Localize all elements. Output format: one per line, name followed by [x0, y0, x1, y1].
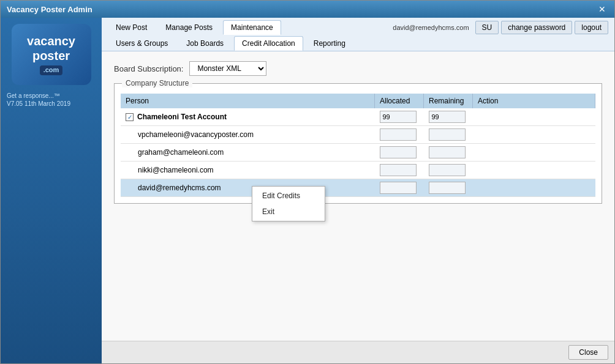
col-person: Person	[121, 94, 375, 108]
tab-credit-allocation[interactable]: Credit Allocation	[234, 36, 303, 51]
tab-reporting[interactable]: Reporting	[306, 36, 353, 51]
logo-line2: poster	[32, 48, 70, 63]
table-row[interactable]: vpchameleoni@vacancyposter.com	[121, 126, 595, 144]
title-bar: Vacancy Poster Admin ✕	[1, 1, 614, 18]
remaining-cell	[424, 126, 473, 144]
logo: vacancy poster .com	[12, 24, 91, 85]
main-area: New Post Manage Posts Maintenance david@…	[102, 18, 614, 363]
table-container: Person Allocated Remaining Action	[121, 94, 595, 197]
allocated-cell	[375, 179, 424, 197]
top-nav: New Post Manage Posts Maintenance david@…	[102, 18, 614, 51]
allocated-cell	[375, 144, 424, 162]
remaining-input[interactable]	[429, 146, 466, 158]
table-row[interactable]: nikki@chameleoni.com	[121, 162, 595, 179]
sidebar-version: V7.05 11th March 2019	[7, 100, 96, 107]
allocated-input[interactable]	[380, 182, 417, 194]
remaining-input[interactable]	[429, 164, 466, 176]
person-name: nikki@chameleoni.com	[138, 166, 214, 174]
primary-tabs: New Post Manage Posts Maintenance	[108, 20, 281, 35]
tab-manage-posts[interactable]: Manage Posts	[157, 20, 221, 35]
allocated-input[interactable]	[380, 111, 417, 123]
allocated-input[interactable]	[380, 128, 417, 141]
context-menu: Edit Credits Exit	[252, 186, 325, 221]
remaining-cell	[424, 108, 473, 126]
action-cell	[473, 108, 595, 126]
board-subscription-row: Board Subscription: Monster XML Indeed R…	[114, 61, 602, 76]
sidebar-tagline: Get a response...™	[7, 92, 96, 99]
table-header-row: Person Allocated Remaining Action	[121, 94, 595, 108]
user-controls: david@remedyhcms.com SU change password …	[393, 21, 608, 34]
tab-job-boards[interactable]: Job Boards	[178, 36, 232, 51]
row-checkbox[interactable]: ✓	[126, 113, 134, 121]
su-button[interactable]: SU	[475, 21, 499, 34]
close-button[interactable]: Close	[568, 345, 608, 360]
logout-button[interactable]: logout	[575, 21, 608, 34]
logo-line1: vacancy	[27, 34, 75, 48]
allocated-input[interactable]	[380, 146, 417, 158]
company-table: Person Allocated Remaining Action	[121, 94, 595, 197]
tab-users-groups[interactable]: Users & Groups	[108, 36, 176, 51]
allocated-cell	[375, 108, 424, 126]
content-area: vacancy poster .com Get a response...™ V…	[1, 18, 614, 363]
table-row[interactable]: ✓ Chameleoni Test Account	[121, 108, 595, 126]
window-title: Vacancy Poster Admin	[7, 5, 92, 14]
board-subscription-select[interactable]: Monster XML Indeed Reed Totaljobs	[189, 61, 266, 76]
person-cell: david@remedyhcms.com	[121, 179, 375, 197]
action-cell	[473, 144, 595, 162]
table-row[interactable]: david@remedyhcms.com	[121, 179, 595, 197]
col-remaining: Remaining	[424, 94, 473, 108]
change-password-button[interactable]: change password	[501, 21, 572, 34]
remaining-cell	[424, 162, 473, 179]
allocated-cell	[375, 162, 424, 179]
remaining-cell	[424, 179, 473, 197]
company-structure-box: Company Structure Person Allocated Remai…	[114, 83, 602, 204]
action-cell	[473, 179, 595, 197]
person-cell: vpchameleoni@vacancyposter.com	[121, 126, 375, 144]
person-cell: graham@chameleoni.com	[121, 144, 375, 162]
main-window: Vacancy Poster Admin ✕ vacancy poster .c…	[0, 0, 615, 364]
person-cell: ✓ Chameleoni Test Account	[121, 108, 375, 126]
company-structure-legend: Company Structure	[122, 79, 192, 87]
col-action: Action	[473, 94, 595, 108]
person-name: graham@chameleoni.com	[138, 148, 224, 157]
sub-tabs: Users & Groups Job Boards Credit Allocat…	[108, 36, 608, 51]
action-cell	[473, 162, 595, 179]
footer: Close	[102, 341, 614, 363]
context-menu-exit[interactable]: Exit	[252, 204, 325, 220]
remaining-input[interactable]	[429, 182, 466, 194]
board-subscription-label: Board Subscription:	[114, 64, 183, 73]
tab-maintenance[interactable]: Maintenance	[223, 20, 281, 35]
top-nav-row1: New Post Manage Posts Maintenance david@…	[108, 20, 608, 35]
person-name: vpchameleoni@vacancyposter.com	[138, 130, 254, 139]
remaining-input[interactable]	[429, 111, 466, 123]
window-close-button[interactable]: ✕	[596, 4, 608, 14]
person-cell: nikki@chameleoni.com	[121, 162, 375, 179]
main-content: Board Subscription: Monster XML Indeed R…	[102, 51, 614, 341]
remaining-cell	[424, 144, 473, 162]
allocated-cell	[375, 126, 424, 144]
tab-new-post[interactable]: New Post	[108, 20, 155, 35]
context-menu-edit-credits[interactable]: Edit Credits	[252, 188, 325, 204]
person-name: Chameleoni Test Account	[137, 113, 227, 121]
user-email: david@remedyhcms.com	[393, 24, 469, 31]
logo-com: .com	[40, 65, 63, 75]
allocated-input[interactable]	[380, 164, 417, 176]
col-allocated: Allocated	[375, 94, 424, 108]
table-row[interactable]: graham@chameleoni.com	[121, 144, 595, 162]
sidebar: vacancy poster .com Get a response...™ V…	[1, 18, 102, 363]
person-name: david@remedyhcms.com	[138, 184, 221, 192]
action-cell	[473, 126, 595, 144]
remaining-input[interactable]	[429, 128, 466, 141]
